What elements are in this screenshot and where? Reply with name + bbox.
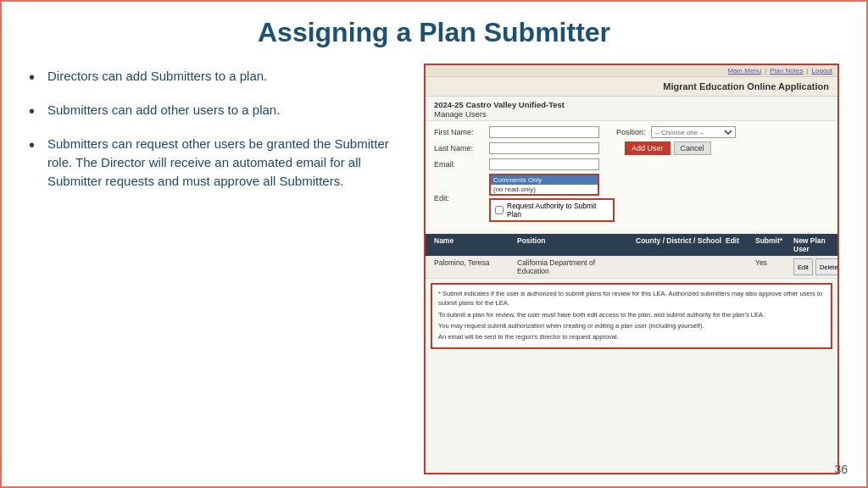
list-item: • Submitters can add other users to a pl… xyxy=(29,101,407,123)
first-name-row: First Name: Position: -- Choose one -- xyxy=(434,126,829,138)
bullet-dot: • xyxy=(29,99,42,123)
request-submit-box: Request Authority to Submit Plan xyxy=(489,198,615,222)
th-position: Position xyxy=(510,236,629,253)
add-user-button[interactable]: Add User xyxy=(625,141,670,155)
position-select[interactable]: -- Choose one -- xyxy=(651,126,736,138)
footnote-line-4: An email will be sent to the region's di… xyxy=(438,332,825,341)
bullet-dot: • xyxy=(29,133,42,157)
last-name-label: Last Name: xyxy=(434,144,489,152)
logout-link[interactable]: Logout xyxy=(812,67,832,75)
bullet-text-2: Submitters can add other users to a plan… xyxy=(47,101,280,119)
first-name-input[interactable] xyxy=(489,126,599,138)
edit-option-no-read[interactable]: (no read-only) xyxy=(491,185,598,194)
position-group: Position: -- Choose one -- xyxy=(616,126,736,138)
th-edit: Edit xyxy=(722,236,752,253)
td-county xyxy=(629,258,722,275)
footnote-line-2: To submit a plan for review, the user mu… xyxy=(438,310,825,319)
slide-body: • Directors can add Submitters to a plan… xyxy=(29,64,839,474)
email-input[interactable] xyxy=(489,158,599,170)
plan-notes-link[interactable]: Plan Notes xyxy=(770,67,803,75)
td-name: Palomino, Teresa xyxy=(426,258,510,275)
page-number: 36 xyxy=(834,463,848,476)
th-newplan: New Plan User xyxy=(790,236,832,253)
app-screenshot: Main Menu | Plan Notes | Logout Migrant … xyxy=(424,64,839,474)
app-header: Migrant Education Online Application xyxy=(426,77,837,97)
th-county: County / District / School xyxy=(629,236,722,253)
bullet-text-1: Directors can add Submitters to a plan. xyxy=(47,67,267,86)
row-delete-button[interactable]: Delete xyxy=(815,258,839,275)
users-table: Name Position County / District / School… xyxy=(426,234,837,279)
td-position: California Department of Education xyxy=(510,258,629,275)
first-name-label: First Name: xyxy=(434,128,489,136)
td-edit xyxy=(722,258,752,275)
footnote-line-3: You may request submit authorization whe… xyxy=(438,321,825,330)
table-row: Palomino, Teresa California Department o… xyxy=(426,256,837,279)
position-label: Position: xyxy=(616,128,646,136)
main-menu-link[interactable]: Main Menu xyxy=(728,67,762,75)
edit-option-comments-only[interactable]: Comments Only xyxy=(491,175,598,185)
list-item: • Submitters can request other users be … xyxy=(29,135,407,190)
slide-title: Assigning a Plan Submitter xyxy=(29,17,839,48)
footnote-line-1: * Submit indicates if the user is author… xyxy=(438,289,825,308)
td-actions: Edit Delete xyxy=(790,258,832,275)
request-submit-checkbox[interactable] xyxy=(495,206,504,214)
app-header-title: Migrant Education Online Application xyxy=(663,81,829,92)
edit-label: Edit: xyxy=(434,194,489,202)
app-topbar: Main Menu | Plan Notes | Logout xyxy=(426,65,837,77)
plan-title: 2024-25 Castro Valley Unified-Test xyxy=(434,100,829,109)
email-label: Email: xyxy=(434,160,489,169)
cancel-button[interactable]: Cancel xyxy=(674,141,711,155)
app-subtitle: 2024-25 Castro Valley Unified-Test Manag… xyxy=(426,97,837,121)
form-area: First Name: Position: -- Choose one -- L… xyxy=(426,121,837,230)
last-name-input[interactable] xyxy=(489,142,599,154)
row-edit-button[interactable]: Edit xyxy=(793,258,813,275)
edit-select-box[interactable]: Comments Only (no read-only) xyxy=(489,174,599,196)
bullet-dot: • xyxy=(29,65,42,89)
email-row: Email: xyxy=(434,158,829,170)
bullet-section: • Directors can add Submitters to a plan… xyxy=(29,64,407,474)
th-name: Name xyxy=(426,236,510,253)
manage-users-label: Manage Users xyxy=(434,109,829,119)
edit-row: Edit: Comments Only (no read-only) Reque… xyxy=(434,174,829,222)
request-submit-label: Request Authority to Submit Plan xyxy=(507,202,609,219)
list-item: • Directors can add Submitters to a plan… xyxy=(29,67,407,89)
td-submit: Yes xyxy=(752,258,790,275)
slide-container: Assigning a Plan Submitter • Directors c… xyxy=(2,2,866,486)
table-header: Name Position County / District / School… xyxy=(426,234,837,256)
footnote-box: * Submit indicates if the user is author… xyxy=(431,283,832,349)
bullet-text-3: Submitters can request other users be gr… xyxy=(47,135,407,190)
last-name-row: Last Name: Add User Cancel xyxy=(434,141,829,155)
add-user-group: Add User Cancel xyxy=(616,141,711,155)
edit-controls: Comments Only (no read-only) Request Aut… xyxy=(489,174,615,222)
th-submit: Submit* xyxy=(752,236,790,253)
